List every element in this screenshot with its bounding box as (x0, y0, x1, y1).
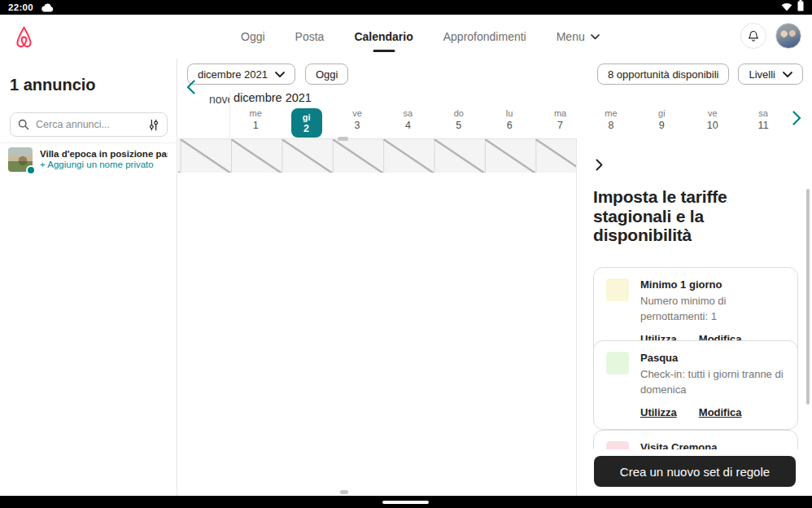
day-number: 5 (456, 120, 461, 132)
panel-title: Imposta le tariffe stagionali e la dispo… (593, 187, 787, 245)
use-rule-link[interactable]: Utilizza (640, 406, 677, 418)
day-column-3[interactable]: ve3 (332, 107, 382, 138)
calendar-main: dicembre 2021 Oggi 8 opportunità disponi… (178, 59, 812, 496)
day-column-2-selected[interactable]: gi2 (281, 107, 331, 138)
chevron-left-icon[interactable] (186, 80, 195, 98)
today-label: Oggi (316, 68, 338, 81)
day-number: 1 (253, 120, 259, 132)
day-number: 7 (557, 120, 563, 132)
weather-cloud-icon (41, 3, 54, 12)
airbnb-host-calendar-screen: 22:00 Oggi Posta Calendario Approfondime… (0, 0, 812, 508)
day-number: 2 (303, 123, 309, 135)
month-selector-label: dicembre 2021 (198, 68, 268, 81)
day-of-week: gi (303, 112, 311, 123)
nav-item-oggi[interactable]: Oggi (241, 30, 265, 43)
nav-label: Menu (557, 30, 585, 43)
day-column-6[interactable]: lu6 (484, 107, 535, 138)
nav-label: Oggi (241, 30, 265, 43)
chevron-down-icon (783, 72, 792, 77)
system-home-bar (0, 496, 812, 508)
day-of-week: me (605, 107, 617, 119)
clock: 22:00 (8, 2, 33, 12)
top-nav: Oggi Posta Calendario Approfondimenti Me… (241, 15, 600, 59)
day-number: 3 (355, 120, 360, 132)
edit-rule-link[interactable]: Modifica (699, 406, 742, 418)
day-header-row: me1 gi2 ve3 sa4 do5 lu6 ma7 me8 gi9 ve10… (230, 107, 788, 138)
day-column-1[interactable]: me1 (230, 107, 281, 138)
nav-item-calendario[interactable]: Calendario (354, 30, 413, 43)
wifi-icon (781, 0, 792, 15)
app-header: Oggi Posta Calendario Approfondimenti Me… (0, 15, 812, 59)
search-placeholder: Cerca annunci... (36, 119, 142, 130)
scroll-handle-bottom[interactable] (340, 490, 348, 494)
listing-status-dot (26, 165, 36, 175)
day-number: 10 (707, 120, 718, 132)
nav-item-approfondimenti[interactable]: Approfondimenti (443, 30, 526, 43)
listing-thumbnail (8, 147, 33, 172)
nav-item-posta[interactable]: Posta (295, 30, 325, 43)
rule-description: Check-in: tutti i giorni tranne di domen… (640, 367, 785, 398)
rule-color-swatch (606, 278, 629, 301)
panel-footer: Crea un nuovo set di regole (577, 449, 812, 496)
listing-title: Villa d'epoca in posizione panorami... (40, 149, 168, 159)
rule-card-pasqua[interactable]: Pasqua Check-in: tutti i giorni tranne d… (593, 340, 798, 430)
day-of-week: ve (352, 107, 362, 119)
collapse-panel-chevron-icon[interactable] (596, 159, 603, 174)
day-of-week: ve (708, 107, 718, 119)
add-private-name-link[interactable]: + Aggiungi un nome privato (40, 160, 168, 169)
scroll-handle-top[interactable] (338, 137, 348, 141)
search-icon (18, 119, 29, 130)
rule-color-swatch (606, 352, 629, 374)
listing-item[interactable]: Villa d'epoca in posizione panorami... +… (0, 142, 176, 175)
listings-count-title: 1 annuncio (10, 76, 96, 94)
day-column-4[interactable]: sa4 (382, 107, 433, 138)
day-column-10[interactable]: ve10 (688, 107, 738, 138)
panel-scrollbar[interactable] (806, 189, 810, 405)
rule-name: Pasqua (640, 352, 785, 364)
day-of-week: sa (758, 107, 768, 119)
current-month-label: dicembre 2021 (234, 91, 312, 104)
profile-avatar[interactable] (775, 23, 801, 49)
create-rule-set-button[interactable]: Crea un nuovo set di regole (594, 456, 796, 487)
chevron-right-icon[interactable] (792, 111, 801, 129)
day-column-7[interactable]: ma7 (535, 107, 585, 138)
day-number: 9 (659, 120, 665, 132)
opportunities-button[interactable]: 8 opportunità disponibili (597, 64, 730, 85)
status-bar: 22:00 (0, 0, 812, 15)
day-of-week: sa (404, 107, 413, 119)
day-of-week: gi (658, 107, 666, 119)
month-selector-dropdown[interactable]: dicembre 2021 (187, 64, 295, 85)
rule-name: Minimo 1 giorno (640, 278, 785, 291)
airbnb-logo-icon[interactable] (12, 24, 36, 53)
levels-label: Livelli (749, 68, 775, 81)
nav-label: Calendario (354, 30, 413, 43)
rule-description: Numero minimo di pernottamenti: 1 (640, 294, 785, 325)
previous-month-clipped-column: novembre 2021 (183, 91, 230, 138)
day-of-week: lu (506, 107, 513, 119)
search-input[interactable]: Cerca annunci... (10, 112, 168, 137)
nav-label: Approfondimenti (443, 30, 526, 43)
day-column-9[interactable]: gi9 (636, 107, 687, 138)
day-of-week: ma (554, 107, 566, 119)
unavailable-days-row[interactable] (178, 138, 577, 173)
day-column-11[interactable]: sa11 (738, 107, 788, 138)
home-indicator-handle[interactable] (382, 501, 429, 504)
day-of-week: do (454, 107, 464, 119)
today-button[interactable]: Oggi (305, 64, 348, 85)
seasonal-rules-panel: Imposta le tariffe stagionali e la dispo… (576, 138, 812, 496)
chevron-down-icon (591, 34, 600, 40)
notifications-button[interactable] (740, 23, 766, 49)
nav-item-menu[interactable]: Menu (557, 30, 600, 43)
bell-icon (747, 29, 760, 43)
opportunities-label: 8 opportunità disponibili (608, 68, 719, 81)
chevron-down-icon (275, 72, 285, 77)
day-column-8[interactable]: me8 (586, 107, 636, 138)
levels-dropdown[interactable]: Livelli (738, 64, 803, 85)
nav-label: Posta (295, 30, 325, 43)
battery-icon (797, 0, 804, 15)
day-column-5[interactable]: do5 (434, 107, 484, 138)
day-number: 4 (405, 120, 411, 132)
selected-day-box: gi2 (291, 108, 322, 138)
filters-icon[interactable] (148, 119, 159, 131)
previous-month-label: novembre 2021 (209, 93, 230, 106)
